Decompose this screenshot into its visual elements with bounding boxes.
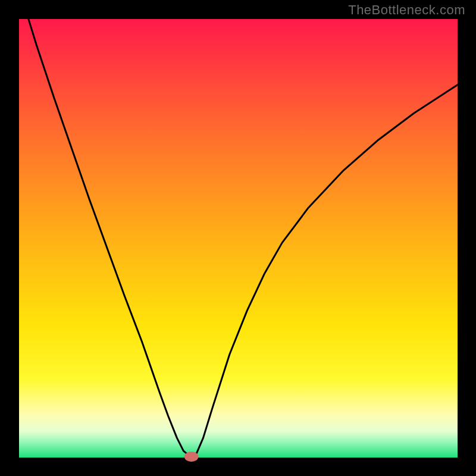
watermark-text: TheBottleneck.com	[348, 2, 465, 18]
bottleneck-chart	[0, 0, 476, 476]
plot-background	[19, 19, 458, 458]
optimum-marker	[184, 452, 199, 462]
chart-container: TheBottleneck.com	[0, 0, 476, 476]
